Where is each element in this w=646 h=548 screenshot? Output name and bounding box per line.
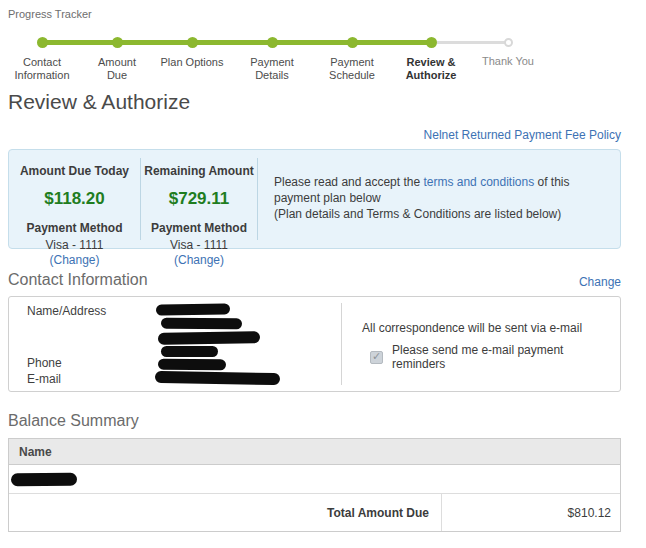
contact-information-heading: Contact Information — [8, 271, 148, 289]
remaining-amount-column: Remaining Amount $729.11 Payment Method … — [141, 150, 257, 248]
terms-note-subtext: (Plan details and Terms & Conditions are… — [274, 206, 606, 222]
payment-method-value: Visa - 1111 — [141, 238, 257, 252]
redacted-name-value — [156, 303, 230, 315]
email-reminders-checkbox-label: Please send me e-mail payment reminders — [392, 343, 620, 371]
vertical-divider — [341, 303, 342, 385]
step-dot-icon — [112, 37, 123, 48]
redacted-address-line-3 — [161, 346, 218, 357]
correspondence-note: All correspondence will be sent via e-ma… — [362, 321, 582, 335]
terms-note-text: Please read and accept the — [274, 175, 423, 189]
redacted-email-value — [155, 371, 280, 385]
contact-information-panel: Name/Address Phone E-mail All correspond… — [8, 296, 621, 392]
balance-summary-table: Name Total Amount Due $810.12 — [8, 438, 621, 532]
redacted-address-line-1 — [161, 318, 242, 330]
returned-payment-fee-policy-link[interactable]: Nelnet Returned Payment Fee Policy — [424, 128, 621, 142]
step-label: PaymentDetails — [250, 56, 293, 82]
table-row — [9, 465, 620, 493]
total-amount-due-label: Total Amount Due — [9, 494, 441, 531]
step-label: ContactInformation — [14, 56, 69, 82]
phone-label: Phone — [27, 356, 62, 370]
table-header-name: Name — [9, 439, 620, 465]
balance-summary-heading: Balance Summary — [8, 412, 621, 430]
step-label: Thank You — [482, 55, 534, 68]
tracker-step-payment-schedule: PaymentSchedule — [307, 37, 397, 82]
change-payment-method-link[interactable]: (Change) — [49, 253, 99, 267]
redacted-student-name — [11, 473, 77, 487]
email-label: E-mail — [27, 372, 61, 386]
progress-tracker-title: Progress Tracker — [8, 8, 92, 20]
page-title: Review & Authorize — [8, 90, 646, 114]
redacted-phone-value — [158, 359, 226, 371]
table-total-row: Total Amount Due $810.12 — [9, 493, 620, 531]
terms-note: Please read and accept the terms and con… — [258, 150, 620, 248]
step-label: Plan Options — [161, 56, 224, 69]
amount-due-today-value: $118.20 — [9, 189, 140, 209]
step-dot-icon — [267, 37, 278, 48]
email-reminders-checkbox[interactable] — [370, 351, 383, 364]
payment-method-value: Visa - 1111 — [9, 238, 140, 252]
change-payment-method-link[interactable]: (Change) — [174, 253, 224, 267]
terms-and-conditions-link[interactable]: terms and conditions — [423, 175, 534, 189]
step-dot-icon — [187, 37, 198, 48]
payment-method-label: Payment Method — [141, 221, 257, 235]
remaining-amount-value: $729.11 — [141, 189, 257, 209]
progress-tracker: Progress Tracker ContactInformation Amou… — [0, 0, 646, 80]
amount-due-today-label: Amount Due Today — [9, 164, 140, 178]
step-dot-icon — [37, 37, 48, 48]
step-dot-icon — [504, 38, 513, 47]
change-contact-information-link[interactable]: Change — [579, 275, 621, 289]
amount-due-today-column: Amount Due Today $118.20 Payment Method … — [9, 150, 140, 248]
total-amount-due-value: $810.12 — [441, 494, 620, 531]
tracker-step-payment-details: PaymentDetails — [227, 37, 317, 82]
payment-summary-panel: Amount Due Today $118.20 Payment Method … — [8, 149, 621, 249]
name-address-label: Name/Address — [27, 304, 106, 318]
step-dot-icon — [347, 37, 358, 48]
step-label: Review &Authorize — [406, 56, 457, 82]
payment-method-label: Payment Method — [9, 221, 140, 235]
step-label: AmountDue — [98, 56, 136, 82]
tracker-step-plan-options: Plan Options — [147, 37, 237, 69]
tracker-step-thank-you: Thank You — [463, 37, 553, 68]
redacted-address-line-2 — [158, 331, 260, 345]
step-label: PaymentSchedule — [329, 56, 375, 82]
step-dot-icon — [426, 37, 437, 48]
remaining-amount-label: Remaining Amount — [141, 164, 257, 178]
